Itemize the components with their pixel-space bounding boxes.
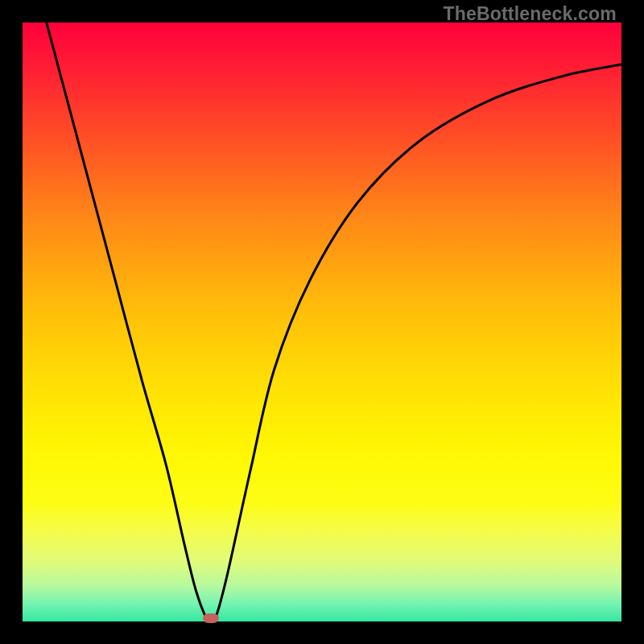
optimal-point-marker <box>203 613 219 623</box>
watermark-text: TheBottleneck.com <box>443 3 617 25</box>
chart-frame <box>23 23 621 621</box>
bottleneck-curve <box>23 23 621 621</box>
